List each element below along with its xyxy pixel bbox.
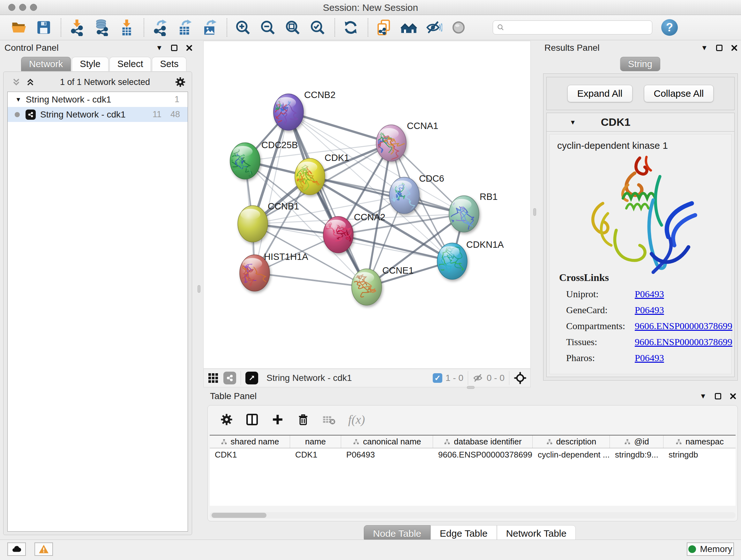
open-session-button[interactable] <box>9 17 29 37</box>
expand-all-networks-icon[interactable] <box>25 77 36 87</box>
protein-collapse-icon[interactable]: ▼ <box>569 119 576 125</box>
import-network-file-button[interactable] <box>67 17 87 37</box>
collapse-all-button[interactable]: Collapse All <box>644 85 714 102</box>
import-table-button[interactable] <box>117 17 137 37</box>
collapse-all-networks-icon[interactable] <box>11 77 21 87</box>
table-horizontal-scrollbar[interactable] <box>210 512 736 518</box>
edge-CCNB2-HIST1H1A[interactable] <box>255 112 288 273</box>
cloud-status-button[interactable] <box>7 543 26 556</box>
table-cell[interactable]: stringdb:9... <box>610 448 664 461</box>
results-panel-menu-icon[interactable]: ▼ <box>701 44 708 51</box>
save-session-button[interactable] <box>34 17 54 37</box>
search-input[interactable] <box>504 21 652 34</box>
column-header[interactable]: @id <box>610 435 664 448</box>
node-CCNB2[interactable]: CCNB2 <box>259 90 335 130</box>
export-table-button[interactable] <box>175 17 195 37</box>
hide-selected-button[interactable] <box>424 17 444 37</box>
first-neighbors-button[interactable] <box>399 17 419 37</box>
network-canvas[interactable]: CCNB2CCNA1CDC25BCDK1CDC6RB1CCNB1CCNA2CDK… <box>203 41 531 369</box>
crosslink-link[interactable]: 9606.ENSP00000378699 <box>635 336 732 348</box>
grid-view-icon[interactable] <box>207 372 219 384</box>
node-CDKN1A[interactable]: CDKN1A <box>437 240 504 279</box>
control-panel-close-icon[interactable] <box>186 44 193 51</box>
node-CCNB1[interactable]: CCNB1 <box>238 201 299 242</box>
collection-collapse-icon[interactable]: ▼ <box>15 97 21 103</box>
column-header[interactable]: description <box>533 435 610 448</box>
help-button[interactable]: ? <box>661 19 678 36</box>
tab-style[interactable]: Style <box>72 57 108 71</box>
search-box[interactable] <box>493 20 652 35</box>
edge-CCNB2-CCNA1[interactable] <box>288 112 391 143</box>
table-cell[interactable]: CDK1 <box>290 448 341 461</box>
node-CDK1[interactable]: CDK1 <box>288 152 349 197</box>
control-panel-float-icon[interactable] <box>171 45 178 51</box>
table-cell[interactable]: P06493 <box>341 448 433 461</box>
table-cell[interactable]: cyclin-dependent ... <box>533 448 610 461</box>
function-builder-icon[interactable]: f(x) <box>348 413 365 427</box>
left-splitter-handle[interactable] <box>198 285 200 293</box>
node-CCNE1[interactable]: CCNE1 <box>343 265 414 305</box>
results-panel-float-icon[interactable] <box>716 45 723 51</box>
table-panel-float-icon[interactable] <box>715 393 721 399</box>
apply-layout-button[interactable] <box>341 17 360 37</box>
node-CDC25B[interactable]: CDC25B <box>230 140 298 179</box>
table-row[interactable]: CDK1 CDK1 P06493 9606.ENSP00000378699 cy… <box>210 448 736 461</box>
crosslink-link[interactable]: P06493 <box>635 353 664 363</box>
results-panel-close-icon[interactable] <box>731 44 738 51</box>
memory-button[interactable]: Memory <box>687 543 734 556</box>
tab-sets[interactable]: Sets <box>152 57 186 71</box>
hidden-eye-icon[interactable] <box>473 373 483 383</box>
warnings-button[interactable] <box>35 543 53 556</box>
network-options-gear-icon[interactable] <box>175 76 186 88</box>
tab-select[interactable]: Select <box>110 57 151 71</box>
column-header[interactable]: namespac <box>664 435 736 448</box>
toolbar-separator <box>241 371 241 385</box>
tab-network[interactable]: Network <box>21 57 71 71</box>
zoom-out-button[interactable] <box>258 17 278 37</box>
network-collection-row[interactable]: ▼ String Network - cdk1 1 <box>8 92 188 107</box>
column-header[interactable]: database identifier <box>433 435 533 448</box>
scrollbar-thumb[interactable] <box>212 513 266 518</box>
node-RB1[interactable]: RB1 <box>442 192 498 233</box>
birds-eye-view-icon[interactable] <box>246 372 258 384</box>
crosslink-link[interactable]: P06493 <box>635 289 664 300</box>
column-header[interactable]: shared name <box>210 435 290 448</box>
clone-network-button[interactable] <box>374 17 394 37</box>
table-panel-close-icon[interactable] <box>730 393 737 400</box>
show-columns-icon[interactable] <box>246 413 259 426</box>
node-HIST1H1A[interactable]: HIST1H1A <box>239 252 308 291</box>
delete-column-trash-icon[interactable] <box>296 413 310 426</box>
column-header[interactable]: canonical name <box>341 435 433 448</box>
right-splitter-handle[interactable] <box>533 208 536 216</box>
export-image-button[interactable] <box>200 17 219 37</box>
network-graph[interactable]: CCNB2CCNA1CDC25BCDK1CDC6RB1CCNB1CCNA2CDK… <box>204 41 530 368</box>
crosslink-link[interactable]: 9606.ENSP00000378699 <box>635 320 732 331</box>
create-column-plus-icon[interactable] <box>271 413 284 426</box>
column-header[interactable]: name <box>290 435 341 448</box>
zoom-fit-button[interactable] <box>283 17 302 37</box>
delete-table-icon[interactable] <box>322 413 336 427</box>
show-all-button[interactable] <box>449 17 468 37</box>
node-CCNA1[interactable]: CCNA1 <box>374 121 438 161</box>
import-network-icon <box>68 19 85 36</box>
zoom-in-button[interactable] <box>233 17 253 37</box>
table-cell[interactable]: 9606.ENSP00000378699 <box>433 448 533 461</box>
import-network-database-button[interactable] <box>92 17 112 37</box>
table-panel-menu-icon[interactable]: ▼ <box>699 393 706 400</box>
protein-section-header[interactable]: ▼ CDK1 <box>547 113 734 132</box>
table-cell[interactable]: CDK1 <box>210 448 290 461</box>
network-share-view-icon[interactable] <box>223 372 236 384</box>
network-row-selected[interactable]: String Network - cdk1 11 48 <box>8 107 188 122</box>
pan-crosshair-icon[interactable] <box>514 372 527 384</box>
table-cell[interactable]: stringdb <box>664 448 736 461</box>
edge-HIST1H1A-CCNE1[interactable] <box>255 273 367 287</box>
export-network-button[interactable] <box>150 17 170 37</box>
bottom-splitter-handle[interactable] <box>467 386 475 389</box>
tab-string[interactable]: String <box>620 57 660 71</box>
crosslink-link[interactable]: P06493 <box>635 305 664 315</box>
control-panel-menu-icon[interactable]: ▼ <box>156 44 163 51</box>
zoom-selected-button[interactable] <box>308 17 327 37</box>
selected-nodes-checkbox-icon[interactable]: ✓ <box>433 373 442 383</box>
expand-all-button[interactable]: Expand All <box>567 85 632 102</box>
table-options-gear-icon[interactable] <box>220 413 233 426</box>
